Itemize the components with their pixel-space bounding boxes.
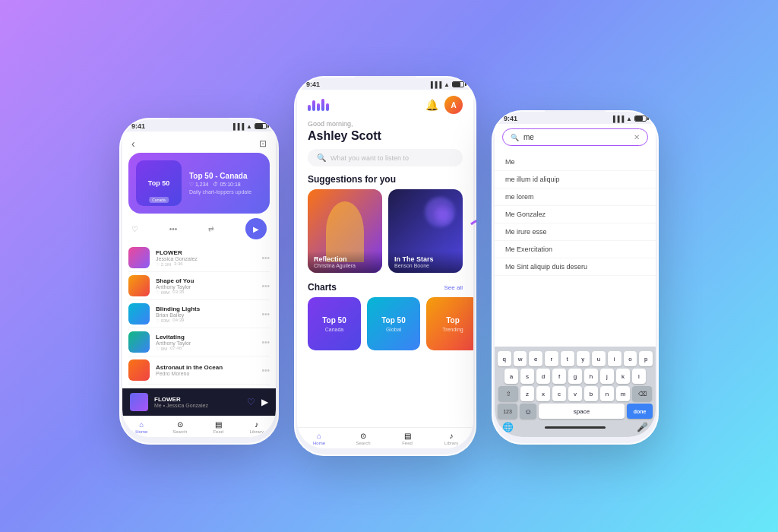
backspace-key[interactable]: ⌫ [632,386,652,401]
back-button[interactable]: ‹ [131,138,135,150]
search-bar[interactable]: 🔍 What you want to listen to [308,149,463,166]
track-more-2[interactable]: ••• [261,282,270,290]
feed-icon-center: ▤ [404,432,411,440]
suggestion-item-6[interactable]: Me Exercitation [495,241,656,258]
suggestion-item-5[interactable]: Me irure esse [495,223,656,241]
chart-card-3[interactable]: Top Trending [426,297,473,350]
key-p[interactable]: p [639,351,653,366]
suggestion-item-2[interactable]: me illum id aliquip [495,171,656,188]
keyboard: q w e r t y u i o p a s d f g [495,347,656,437]
key-c[interactable]: c [552,386,566,401]
track-stats-2: ♡ 68M03:35 [156,290,255,295]
track-more-3[interactable]: ••• [261,310,270,318]
key-f[interactable]: f [552,369,566,384]
bell-icon[interactable]: 🔔 [425,99,438,111]
track-artist-1: Jessica Gonzalez [156,256,255,261]
nav-search-center[interactable]: ⊙ Search [341,428,385,448]
shuffle-icon[interactable]: ⇄ [208,225,214,233]
key-a[interactable]: a [504,369,518,384]
nav-home-left[interactable]: ⌂ Home [122,416,161,437]
key-l[interactable]: l [632,369,646,384]
key-emoji[interactable]: ☺ [520,404,536,419]
suggestion-item-4[interactable]: Me Gonzalez [495,206,656,223]
key-y[interactable]: y [577,351,590,366]
track-item-4[interactable]: Levitating Anthony Taylor ♡ 9M07:48 ••• [128,328,270,356]
suggestion-overlay-1: Reflection Christina Aguilera [308,251,382,273]
track-more-4[interactable]: ••• [261,338,270,347]
key-u[interactable]: u [592,351,606,366]
nav-feed-left[interactable]: ▤ Feed [199,416,238,437]
play-button[interactable]: ▶ [245,218,267,239]
key-e[interactable]: e [529,351,542,366]
key-123[interactable]: 123 [498,404,517,419]
search-input-active[interactable]: 🔍 me ✕ [502,128,648,146]
key-shift[interactable]: ⇧ [498,386,518,401]
suggestion-item-7[interactable]: Me Sint aliquip duis deseru [495,258,656,276]
key-v[interactable]: v [568,386,582,401]
key-g[interactable]: g [568,369,582,384]
suggestion-card-2[interactable]: In The Stars Benson Boone [388,189,463,273]
key-d[interactable]: d [536,369,550,384]
key-s[interactable]: s [520,369,534,384]
key-j[interactable]: j [600,369,614,384]
left-phone: 9:41 ▐▐▐ ▲ ‹ ⊡ Top 50 Canada Top 50 - Ca… [119,118,279,445]
track-item-1[interactable]: FLOWER Jessica Gonzalez ♡ 2.1M3:36 ••• [128,244,270,272]
track-list: FLOWER Jessica Gonzalez ♡ 2.1M3:36 ••• S… [122,244,276,385]
chart-card-1[interactable]: Top 50 Canada [308,297,361,350]
mini-play-icon[interactable]: ▶ [261,397,268,407]
track-thumb-3 [128,303,150,325]
key-k[interactable]: k [616,369,630,384]
hero-likes: ♡ 1,234 [189,182,208,188]
done-key[interactable]: done [627,404,653,419]
user-avatar[interactable]: A [444,96,463,114]
key-m[interactable]: m [616,386,630,401]
key-z[interactable]: z [520,386,534,401]
track-name-1: FLOWER [156,249,255,256]
track-thumb-1 [128,247,150,268]
more-icon[interactable]: ••• [169,225,178,233]
key-b[interactable]: b [584,386,598,401]
nav-home-center[interactable]: ⌂ Home [297,428,341,448]
space-key[interactable]: space [539,404,625,419]
track-more-5[interactable]: ••• [261,366,270,375]
key-w[interactable]: w [514,351,527,366]
cast-icon[interactable]: ⊡ [259,138,267,149]
hero-title: Top 50 - Canada [189,172,262,180]
see-all-link[interactable]: See all [444,284,463,291]
nav-feed-center[interactable]: ▤ Feed [385,428,429,448]
track-item-3[interactable]: Blinding Lights Brian Bailey ♡ 93M04:39 … [128,300,270,328]
battery-right [634,116,647,122]
chart-card-2[interactable]: Top 50 Global [367,297,420,350]
suggestion-card-1[interactable]: Reflection Christina Aguilera [308,189,382,273]
track-more-1[interactable]: ••• [261,254,270,262]
heart-icon[interactable]: ♡ [131,225,138,233]
logo-bar-1 [308,105,311,111]
key-h[interactable]: h [584,369,598,384]
globe-icon[interactable]: 🌐 [502,422,514,432]
mini-player[interactable]: FLOWER Me • Jessica Gonzalez ♡ ▶ [122,388,276,416]
key-i[interactable]: i [608,351,621,366]
key-n[interactable]: n [600,386,614,401]
track-thumb-4 [128,331,150,353]
track-name-5: Astronaut in the Ocean [156,364,255,371]
nav-library-left[interactable]: ♪ Library [238,416,277,437]
nav-library-center[interactable]: ♪ Library [429,428,473,448]
suggestions-row: Reflection Christina Aguilera In The Sta… [297,189,473,280]
track-item-2[interactable]: Shape of You Anthony Taylor ♡ 68M03:35 •… [128,272,270,300]
key-x[interactable]: x [536,386,550,401]
center-screen: 🔔 A Good morning, Ashley Scott 🔍 What yo… [297,90,473,448]
mini-heart-icon[interactable]: ♡ [247,397,255,407]
clear-button[interactable]: ✕ [634,133,640,141]
key-r[interactable]: r [545,351,558,366]
track-item-5[interactable]: Astronaut in the Ocean Pedro Moreno ••• [128,356,270,385]
nav-home-label-center: Home [313,441,325,445]
suggestion-item-3[interactable]: me lorem [495,188,656,206]
key-t[interactable]: t [561,351,574,366]
nav-search-left[interactable]: ⊙ Search [161,416,200,437]
key-o[interactable]: o [624,351,637,366]
search-input-text[interactable]: me [523,133,629,141]
mic-icon[interactable]: 🎤 [637,422,648,432]
key-q[interactable]: q [498,351,511,366]
keyboard-extras: 🌐 🎤 [498,419,653,434]
suggestion-item-1[interactable]: Me [495,154,656,171]
